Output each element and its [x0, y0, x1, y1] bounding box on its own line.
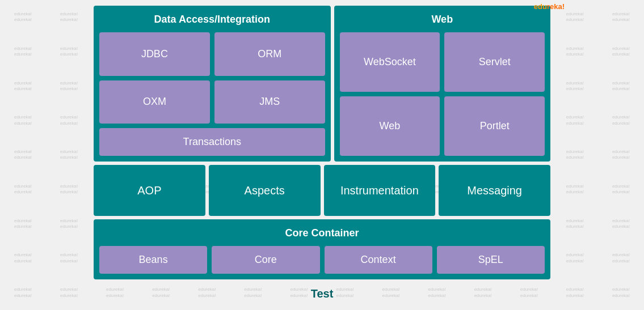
orm-box: ORM [214, 32, 325, 76]
servlet-box: Servlet [444, 32, 545, 92]
edureka-logo: edureka! [534, 2, 565, 11]
core-box: Core [212, 246, 319, 274]
data-access-grid: JDBC ORM OXM JMS [99, 32, 325, 124]
jdbc-box: JDBC [99, 32, 210, 76]
aop-row: AOP Aspects Instrumentation Messaging [94, 165, 550, 216]
aop-box: AOP [94, 165, 205, 216]
data-access-section: Data Access/Integration JDBC ORM OXM JMS… [94, 6, 331, 162]
web-section: Web WebSocket Servlet Web Portlet [334, 6, 550, 162]
instrumentation-box: Instrumentation [324, 165, 436, 216]
core-grid: Beans Core Context SpEL [99, 246, 545, 274]
spel-box: SpEL [437, 246, 545, 274]
jms-box: JMS [214, 80, 325, 124]
transactions-box: Transactions [99, 128, 325, 156]
web-title: Web [340, 11, 545, 28]
core-container-title: Core Container [99, 225, 545, 241]
top-row: Data Access/Integration JDBC ORM OXM JMS… [94, 6, 550, 162]
messaging-box: Messaging [439, 165, 550, 216]
main-content: Data Access/Integration JDBC ORM OXM JMS… [0, 0, 644, 310]
logo-text: edureka! [534, 2, 565, 11]
aspects-box: Aspects [209, 165, 321, 216]
data-access-title: Data Access/Integration [99, 11, 325, 28]
web-grid: WebSocket Servlet Web Portlet [340, 32, 545, 156]
context-box: Context [325, 246, 432, 274]
test-row: Test [94, 283, 550, 304]
core-container-section: Core Container Beans Core Context SpEL [94, 219, 550, 279]
websocket-box: WebSocket [340, 32, 440, 92]
web-box: Web [340, 96, 440, 156]
oxm-box: OXM [99, 80, 210, 124]
test-label: Test [311, 287, 334, 300]
portlet-box: Portlet [444, 96, 545, 156]
beans-box: Beans [99, 246, 207, 274]
